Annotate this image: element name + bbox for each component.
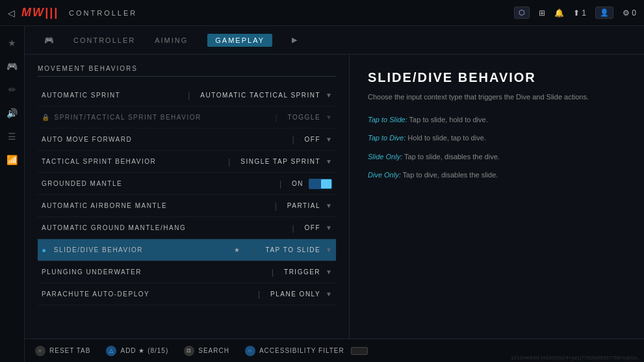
sidebar-item-audio[interactable]: 🔊: [1, 103, 23, 123]
tactical-sprint-value: | SINGLE TAP SPRINT ▼: [223, 157, 332, 166]
slide-dive-value: ★ | TAP TO SLIDE ▼: [228, 246, 332, 255]
info-option-title-2: Slide Only:: [368, 153, 402, 161]
gamepad-icon: ⬡: [514, 6, 530, 19]
tab-extra[interactable]: ▶: [292, 33, 298, 47]
star-icon: ★: [234, 246, 240, 253]
sidebar-item-menu[interactable]: ☰: [1, 126, 23, 147]
info-option-desc-2: Tap to slide, disables the dive.: [404, 153, 500, 161]
slide-dive-label: ● SLIDE/DIVE BEHAVIOR: [42, 246, 228, 255]
setting-row-auto-move-forward[interactable]: AUTO MOVE FORWARD | OFF ▼: [38, 129, 336, 151]
divider: |: [275, 201, 277, 211]
divider: |: [292, 135, 294, 144]
ground-mantle-label: AUTOMATIC GROUND MANTLE/HANG: [42, 224, 228, 231]
grid-icon: ⊞: [539, 8, 545, 18]
sidebar: ★ 🎮 ✏ 🔊 ☰ 📶: [0, 26, 25, 362]
airborne-mantle-label: AUTOMATIC AIRBORNE MANTLE: [42, 202, 228, 209]
setting-row-automatic-sprint[interactable]: AUTOMATIC SPRINT | AUTOMATIC TACTICAL SP…: [38, 84, 336, 107]
divider: |: [275, 113, 277, 122]
tab-bar: 🎮 CONTROLLER AIMING GAMEPLAY ▶: [25, 26, 644, 55]
setting-row-airborne-mantle[interactable]: AUTOMATIC AIRBORNE MANTLE | PARTIAL ▼: [38, 195, 336, 217]
setting-row-plunging-underwater[interactable]: PLUNGING UNDERWATER | TRIGGER ▼: [38, 261, 336, 283]
main-content: 🎮 CONTROLLER AIMING GAMEPLAY ▶ MOVEMENT …: [25, 26, 644, 362]
info-option-title-3: Dive Only:: [368, 171, 401, 179]
automatic-sprint-label: AUTOMATIC SPRINT: [42, 92, 183, 99]
accessibility-toggle[interactable]: [351, 347, 368, 355]
divider: |: [292, 224, 294, 233]
top-bar-left: ◁ MW||| CONTROLLER: [8, 6, 508, 19]
info-option-1: Tap to Dive: Hold to slide, tap to dive.: [368, 133, 626, 144]
plunging-underwater-value: | TRIGGER ▼: [228, 268, 332, 277]
lock-icon: 🔒: [42, 114, 51, 121]
bell-icon: 🔔: [554, 8, 564, 18]
reset-tab-button[interactable]: ○ RESET TAB: [35, 346, 90, 356]
setting-row-ground-mantle[interactable]: AUTOMATIC GROUND MANTLE/HANG | OFF ▼: [38, 217, 336, 239]
accessibility-filter-button[interactable]: ○ ACCESSIBILITY FILTER: [245, 346, 368, 356]
info-option-2: Slide Only: Tap to slide, disables the d…: [368, 151, 626, 162]
chevron-down-icon: ▼: [326, 246, 332, 253]
chevron-down-icon: ▼: [326, 291, 332, 298]
tab-controller[interactable]: CONTROLLER: [73, 34, 135, 47]
sprint-behavior-label: 🔒 SPRINT/TACTICAL SPRINT BEHAVIOR: [42, 114, 228, 121]
circle-icon: ●: [42, 246, 47, 255]
divider: |: [228, 157, 230, 166]
info-title: SLIDE/DIVE BEHAVIOR: [368, 70, 626, 85]
chevron-down-icon: ▼: [326, 114, 332, 121]
divider: |: [272, 268, 274, 277]
settings-panel: MOVEMENT BEHAVIORS AUTOMATIC SPRINT | AU…: [25, 55, 350, 362]
chevron-down-icon: ▼: [326, 268, 332, 276]
game-logo: MW|||: [21, 6, 58, 19]
grounded-mantle-label: GROUNDED MANTLE: [42, 180, 228, 187]
info-option-title-0: Tap to Slide:: [368, 116, 407, 123]
tab-gameplay[interactable]: GAMEPLAY: [207, 34, 272, 47]
automatic-sprint-value: | AUTOMATIC TACTICAL SPRINT ▼: [183, 91, 332, 100]
divider: |: [188, 91, 190, 100]
camera-icon: ⊡: [184, 346, 194, 356]
circle-icon: ○: [35, 346, 45, 356]
parachute-auto-deploy-label: PARACHUTE AUTO-DEPLOY: [42, 291, 228, 298]
chevron-down-icon: ▼: [326, 202, 332, 209]
triangle-icon: △: [106, 346, 116, 356]
content-area: MOVEMENT BEHAVIORS AUTOMATIC SPRINT | AU…: [25, 55, 644, 362]
sidebar-item-edit[interactable]: ✏: [1, 79, 23, 100]
tactical-sprint-label: TACTICAL SPRINT BEHAVIOR: [42, 158, 223, 165]
tab-aiming[interactable]: AIMING: [155, 34, 188, 47]
chevron-down-icon: ▼: [326, 92, 332, 99]
chevron-down-icon: ▼: [326, 158, 332, 165]
profile-icon: 👤: [595, 6, 613, 19]
setting-row-tactical-sprint[interactable]: TACTICAL SPRINT BEHAVIOR | SINGLE TAP SP…: [38, 151, 336, 173]
info-option-0: Tap to Slide: Tap to slide, hold to dive…: [368, 114, 626, 125]
cog-icon: ⚙ 0: [623, 8, 636, 18]
setting-row-slide-dive[interactable]: ● SLIDE/DIVE BEHAVIOR ★ | TAP TO SLIDE ▼: [38, 239, 336, 261]
search-button[interactable]: ⊡ SEARCH: [184, 346, 229, 356]
version-text: 101|04664|0 [43205|0|24+||d1|77009|69357…: [511, 355, 641, 361]
page-title: CONTROLLER: [69, 9, 137, 17]
top-bar-right: ⬡ ⊞ 🔔 ⬆ 1 👤 ⚙ 0: [514, 6, 636, 19]
toggle-knob: [321, 179, 331, 188]
setting-row-parachute-auto-deploy[interactable]: PARACHUTE AUTO-DEPLOY | PLANE ONLY ▼: [38, 283, 336, 305]
chevron-right-icon: ▶: [292, 36, 298, 44]
sidebar-item-controller[interactable]: 🎮: [1, 56, 23, 77]
top-bar: ◁ MW||| CONTROLLER ⬡ ⊞ 🔔 ⬆ 1 👤 ⚙ 0: [0, 0, 644, 26]
sidebar-item-favorites[interactable]: ★: [1, 32, 23, 53]
player-icon: ⬆ 1: [573, 8, 586, 18]
sidebar-item-signal[interactable]: 📶: [1, 149, 23, 170]
setting-row-grounded-mantle[interactable]: GROUNDED MANTLE | ON: [38, 173, 336, 195]
grounded-mantle-toggle[interactable]: [309, 179, 332, 189]
auto-move-forward-label: AUTO MOVE FORWARD: [42, 136, 228, 143]
add-favorite-button[interactable]: △ ADD ★ (8/15): [106, 346, 168, 356]
setting-row-sprint-behavior: 🔒 SPRINT/TACTICAL SPRINT BEHAVIOR | TOGG…: [38, 107, 336, 129]
auto-move-forward-value: | OFF ▼: [228, 135, 332, 144]
tab-controller-icon: 🎮: [44, 36, 54, 45]
info-subtitle: Choose the input context type that trigg…: [368, 92, 626, 103]
circle-icon: ○: [245, 346, 255, 356]
airborne-mantle-value: | PARTIAL ▼: [228, 201, 332, 211]
info-panel: SLIDE/DIVE BEHAVIOR Choose the input con…: [350, 55, 644, 362]
info-option-desc-0: Tap to slide, hold to dive.: [409, 116, 488, 123]
plunging-underwater-label: PLUNGING UNDERWATER: [42, 268, 228, 276]
chevron-down-icon: ▼: [326, 136, 332, 143]
info-option-desc-3: Tap to dive, disables the slide.: [403, 171, 498, 179]
sprint-behavior-value: | TOGGLE ▼: [228, 113, 332, 122]
ground-mantle-value: | OFF ▼: [228, 224, 332, 233]
grounded-mantle-value[interactable]: | ON: [228, 179, 332, 189]
back-button[interactable]: ◁: [8, 8, 15, 18]
